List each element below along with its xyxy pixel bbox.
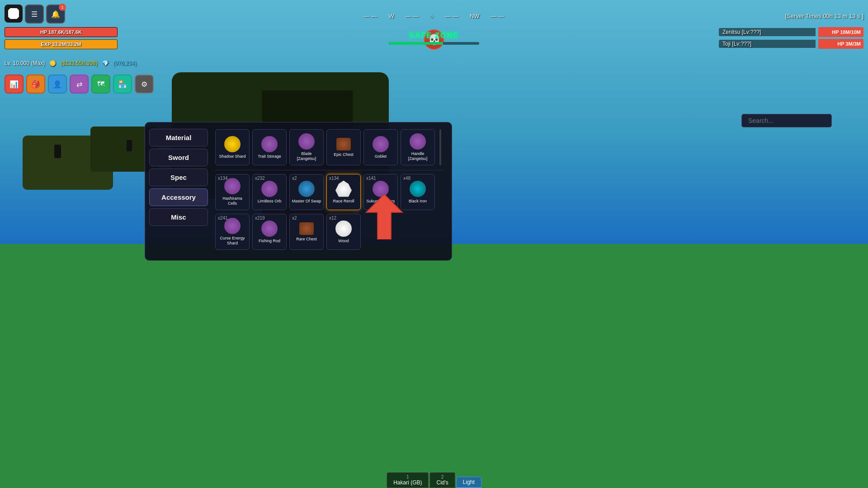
roblox-logo-button[interactable] <box>5 5 23 23</box>
curse-count: x241 <box>218 216 228 221</box>
compass-diamond: ◇ <box>430 14 434 19</box>
limitless-icon <box>261 181 278 197</box>
category-material[interactable]: Material <box>149 129 208 146</box>
settings-button[interactable]: ⚙ <box>135 75 154 94</box>
handle-zangetsu-icon <box>410 133 426 150</box>
enemy-hp-0: HP 10M/10M <box>818 27 863 37</box>
category-sword[interactable]: Sword <box>149 149 208 166</box>
item-rare-chest[interactable]: x2 Rare Chest <box>289 214 324 250</box>
master-swap-count: x2 <box>292 176 297 181</box>
level-text: Lv. 10,000 (Max) <box>5 60 45 66</box>
fishing-count: x219 <box>255 216 265 221</box>
sukuna-name: Sukuna Fingers <box>366 199 395 204</box>
diamond-amount: (976,234) <box>113 60 137 66</box>
goblet-icon <box>373 136 389 152</box>
scroll-bar[interactable] <box>439 129 441 165</box>
arrows-icon: ⇄ <box>76 80 82 89</box>
compass-dash-mid2: — — <box>445 13 458 19</box>
tab-hakari[interactable]: 1 Hakari (GB) <box>387 472 429 488</box>
sukuna-icon <box>373 181 389 197</box>
item-row-2: x241 Curse Energy Shard x219 Fishing Rod… <box>215 214 445 250</box>
search-input[interactable] <box>741 114 832 127</box>
item-sukuna-fingers[interactable]: x141 Sukuna Fingers <box>363 174 398 210</box>
category-spec[interactable]: Spec <box>149 169 208 186</box>
char-silhouette2 <box>127 140 132 151</box>
item-black-iron[interactable]: x48 Black Iron <box>401 174 435 210</box>
item-race-reroll[interactable]: x134 Race Reroll <box>326 174 361 210</box>
category-accessory[interactable]: Accessory <box>149 188 208 206</box>
compass-northwest: NW <box>470 13 480 19</box>
trait-storage-icon <box>261 136 278 152</box>
level-currency-bar: Lv. 10,000 (Max) 🪙 ($133,558,308) 💎 (976… <box>5 60 137 66</box>
hamburger-icon: ☰ <box>31 10 38 19</box>
chart-button[interactable]: 📊 <box>5 75 24 94</box>
arrows-button[interactable]: ⇄ <box>70 75 89 94</box>
roblox-symbol <box>8 8 19 19</box>
map-button[interactable]: 🗺 <box>91 75 110 94</box>
bottom-tabs: 1 Hakari (GB) 2 Cid's Light <box>387 472 481 488</box>
compass: — — W — — ◇ — — NW — — <box>364 13 504 19</box>
hp-fill: HP 187.6K/187.6K <box>5 28 117 37</box>
wood-name: Wood <box>338 239 349 244</box>
char-silhouette <box>54 145 61 158</box>
compass-west: W <box>388 13 394 19</box>
exp-bar: EXP 33.2M/33.2M <box>5 39 118 49</box>
epic-chest-icon <box>336 138 351 150</box>
handle-zangetsu-name: Handle [Zangetsu] <box>403 151 433 161</box>
safe-zone-fill <box>389 42 443 45</box>
enemy-bar-1: Toji [Lv:???] HP 3M/3M <box>719 39 863 49</box>
tab-cids[interactable]: 2 Cid's <box>430 472 455 488</box>
tab-label-cids: Cid's <box>437 479 448 486</box>
action-bar: 📊 🎒 👤 ⇄ 🗺 🏪 ⚙ <box>5 75 154 94</box>
exp-text: EXP 33.2M/33.2M <box>41 42 81 47</box>
compass-dash-left: — — <box>364 13 377 19</box>
search-bar-container <box>741 114 832 127</box>
wood-icon <box>335 221 352 237</box>
bag-button[interactable]: 🎒 <box>26 75 45 94</box>
item-wood[interactable]: x12 Wood <box>326 214 361 250</box>
fishing-name: Fishing Rod <box>259 239 280 244</box>
quick-item-blade-zangetsu[interactable]: Blade [Zangetsu] <box>289 129 324 165</box>
inventory-content: Shadow Shard Trait Storage Blade [Zanget… <box>215 129 445 250</box>
fishing-icon <box>261 221 278 237</box>
race-reroll-icon <box>335 181 352 197</box>
quick-item-goblet[interactable]: Goblet <box>363 129 398 165</box>
chart-icon: 📊 <box>9 80 19 89</box>
quick-item-shadow-shard[interactable]: Shadow Shard <box>215 129 250 165</box>
item-master-of-swap[interactable]: x2 Master Of Swap <box>289 174 324 210</box>
notification-button[interactable]: 🔔 1 <box>46 5 65 23</box>
category-misc[interactable]: Misc <box>149 208 208 226</box>
item-fishing-rod[interactable]: x219 Fishing Rod <box>252 214 287 250</box>
tab-light[interactable]: Light <box>456 477 481 488</box>
shop-button[interactable]: 🏪 <box>113 75 132 94</box>
quick-item-epic-chest[interactable]: Epic Chest <box>326 129 361 165</box>
item-curse-energy-shard[interactable]: x241 Curse Energy Shard <box>215 214 250 250</box>
bell-icon: 🔔 <box>51 10 60 19</box>
item-limitless-orb[interactable]: x232 Limitless Orb <box>252 174 287 210</box>
compass-dash-right: — — <box>491 13 505 19</box>
quick-item-handle-zangetsu[interactable]: Handle [Zangetsu] <box>401 129 435 165</box>
shadow-shard-name: Shadow Shard <box>219 154 245 159</box>
tab-num-1: 1 <box>393 474 422 479</box>
enemy-bars: Zenitsu [Lv:???] HP 10M/10M Toji [Lv:???… <box>719 27 863 49</box>
epic-chest-name: Epic Chest <box>334 152 354 157</box>
toolbar: ☰ 🔔 1 <box>25 5 65 23</box>
item-hashirama-cells[interactable]: x134 Hashirama Cells <box>215 174 250 210</box>
hashirama-count: x134 <box>218 176 228 181</box>
diamond-icon: 💎 <box>102 60 109 66</box>
hp-bar: HP 187.6K/187.6K <box>5 27 118 37</box>
exp-fill: EXP 33.2M/33.2M <box>5 40 117 49</box>
stat-bars: HP 187.6K/187.6K EXP 33.2M/33.2M <box>5 27 118 49</box>
black-iron-count: x48 <box>403 176 410 181</box>
character-button[interactable]: 👤 <box>48 75 67 94</box>
goblet-name: Goblet <box>375 154 387 159</box>
hamburger-button[interactable]: ☰ <box>25 5 44 23</box>
tab-label-hakari: Hakari (GB) <box>393 479 422 486</box>
rare-chest-count: x2 <box>292 216 297 221</box>
tab-label-light: Light <box>463 479 475 485</box>
safe-zone-bar <box>389 42 479 45</box>
safe-zone-label: SAFE ZONE <box>409 32 459 40</box>
quick-item-trait-storage[interactable]: Trait Storage <box>252 129 287 165</box>
race-reroll-name: Race Reroll <box>333 199 354 204</box>
enemy-bar-0: Zenitsu [Lv:???] HP 10M/10M <box>719 27 863 37</box>
